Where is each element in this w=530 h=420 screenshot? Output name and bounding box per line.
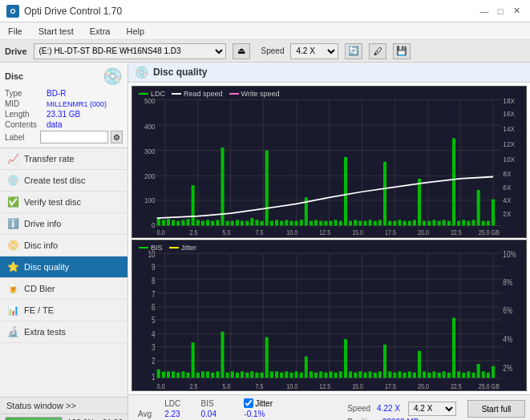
content-header-icon: 💿 (135, 66, 148, 79)
sidebar-item-fe-te[interactable]: 📊 FE / TE (0, 300, 127, 321)
transfer-rate-label: Transfer rate (24, 154, 75, 164)
stats-panel: LDC BIS Jitter Avg (128, 394, 530, 420)
sidebar-item-transfer-rate[interactable]: 📈 Transfer rate (0, 148, 127, 170)
sidebar-item-create-test-disc[interactable]: 💿 Create test disc (0, 170, 127, 192)
type-value: BD-R (47, 89, 66, 98)
menu-file[interactable]: File (5, 26, 26, 37)
fe-te-label: FE / TE (24, 305, 54, 315)
jitter-checkbox[interactable] (244, 398, 253, 408)
label-edit-button[interactable]: ⚙ (111, 131, 123, 143)
svg-rect-80 (462, 220, 465, 225)
refresh-button[interactable]: 🔄 (345, 43, 362, 59)
svg-text:2%: 2% (503, 363, 512, 373)
svg-rect-173 (344, 339, 347, 378)
svg-rect-64 (383, 162, 386, 226)
svg-rect-76 (443, 220, 446, 225)
svg-rect-164 (300, 372, 303, 378)
svg-rect-43 (280, 221, 283, 226)
label-input[interactable] (40, 131, 108, 143)
svg-rect-77 (447, 221, 451, 226)
svg-text:4: 4 (152, 329, 156, 338)
svg-text:12X: 12X (503, 139, 515, 148)
close-button[interactable]: ✕ (509, 4, 524, 18)
svg-rect-38 (255, 220, 258, 225)
start-full-button[interactable]: Start full (467, 400, 525, 418)
legend-read-speed-label: Read speed (184, 90, 223, 98)
sidebar-item-verify-test-disc[interactable]: ✅ Verify test disc (0, 192, 127, 213)
app-title: Opti Drive Control 1.70 (24, 6, 122, 17)
speed-label-stat: Speed (347, 404, 370, 413)
svg-rect-42 (275, 220, 278, 225)
maximize-button[interactable]: □ (493, 4, 508, 18)
legend-bis-color (139, 247, 148, 248)
svg-rect-178 (369, 371, 372, 378)
svg-text:6X: 6X (503, 183, 511, 192)
svg-rect-162 (289, 372, 293, 378)
sidebar: Disc 💿 Type BD-R MID MILLENMR1 (000) Len… (0, 63, 128, 420)
legend-jitter-label: Jitter (181, 244, 197, 252)
speed-value-stat: 4.22 X (377, 404, 400, 413)
svg-rect-147 (216, 371, 219, 378)
svg-rect-20 (167, 219, 170, 225)
cd-bier-icon: 🍺 (6, 282, 19, 295)
svg-rect-182 (388, 371, 391, 378)
svg-rect-32 (226, 221, 229, 226)
svg-rect-52 (324, 221, 327, 226)
svg-text:8: 8 (152, 275, 156, 285)
svg-rect-186 (408, 371, 411, 378)
nav-menu: 📈 Transfer rate 💿 Create test disc ✅ Ver… (0, 148, 127, 397)
svg-rect-56 (344, 157, 347, 226)
svg-text:12.5: 12.5 (319, 381, 330, 390)
svg-text:12.5: 12.5 (319, 229, 330, 237)
create-test-label: Create test disc (24, 176, 85, 185)
minimize-button[interactable]: — (477, 4, 492, 18)
jitter-checkbox-label[interactable]: Jitter (244, 398, 273, 408)
legend-ldc-color (139, 93, 148, 95)
svg-rect-18 (157, 218, 160, 225)
menu-extra[interactable]: Extra (87, 26, 114, 37)
status-bar: Status window >> 100.0% 31:26 Test compl… (0, 397, 127, 420)
eject-button[interactable]: ⏏ (233, 43, 250, 59)
speed-position-info: Speed 4.22 X 4.2 X Position 23862 MB Sam… (347, 402, 456, 421)
speed-select-top[interactable]: 4.2 X (290, 43, 338, 59)
drive-bar: Drive (E:) HL-DT-ST BD-RE WH16NS48 1.D3 … (0, 40, 530, 63)
fe-te-icon: 📊 (6, 304, 19, 317)
chart2-svg: 10 9 8 7 6 5 4 3 2 1 10% 8% 6% 4% 2% (132, 240, 526, 391)
svg-rect-84 (482, 221, 485, 226)
menu-help[interactable]: Help (123, 26, 148, 37)
svg-text:20.0: 20.0 (418, 381, 429, 390)
disc-section-label: Disc (5, 71, 23, 81)
stats-table: LDC BIS Jitter Avg (133, 398, 333, 420)
sidebar-item-disc-quality[interactable]: ⭐ Disc quality (0, 256, 127, 278)
svg-rect-195 (452, 317, 455, 378)
svg-rect-145 (206, 371, 209, 378)
svg-text:10.0: 10.0 (286, 229, 297, 237)
sidebar-item-disc-info[interactable]: 📀 Disc info (0, 235, 127, 256)
svg-text:25.0 GB: 25.0 GB (479, 229, 500, 237)
svg-rect-198 (467, 371, 470, 378)
svg-rect-81 (467, 221, 470, 226)
svg-rect-194 (447, 372, 451, 378)
svg-text:14X: 14X (503, 125, 515, 134)
sidebar-item-cd-bier[interactable]: 🍺 CD Bier (0, 278, 127, 300)
status-window-button[interactable]: Status window >> (0, 398, 127, 414)
speed-dropdown[interactable]: 4.2 X (408, 402, 456, 416)
svg-rect-184 (398, 371, 401, 378)
menu-start-test[interactable]: Start test (35, 26, 77, 37)
svg-rect-50 (314, 220, 318, 225)
legend-read-speed: Read speed (172, 90, 223, 98)
svg-text:7.5: 7.5 (255, 229, 263, 237)
save-button[interactable]: 💾 (393, 43, 411, 59)
svg-rect-73 (427, 221, 431, 226)
svg-rect-171 (334, 372, 338, 378)
sidebar-item-extra-tests[interactable]: 🔬 Extra tests (0, 321, 127, 343)
svg-rect-54 (334, 220, 338, 225)
svg-rect-202 (487, 372, 490, 378)
svg-text:5.0: 5.0 (223, 381, 231, 390)
svg-text:16X: 16X (503, 110, 515, 119)
svg-rect-71 (418, 179, 421, 226)
sidebar-item-drive-info[interactable]: ℹ️ Drive info (0, 213, 127, 235)
drive-select[interactable]: (E:) HL-DT-ST BD-RE WH16NS48 1.D3 (34, 43, 226, 59)
svg-rect-135 (157, 369, 160, 378)
burn-button[interactable]: 🖊 (369, 43, 386, 59)
